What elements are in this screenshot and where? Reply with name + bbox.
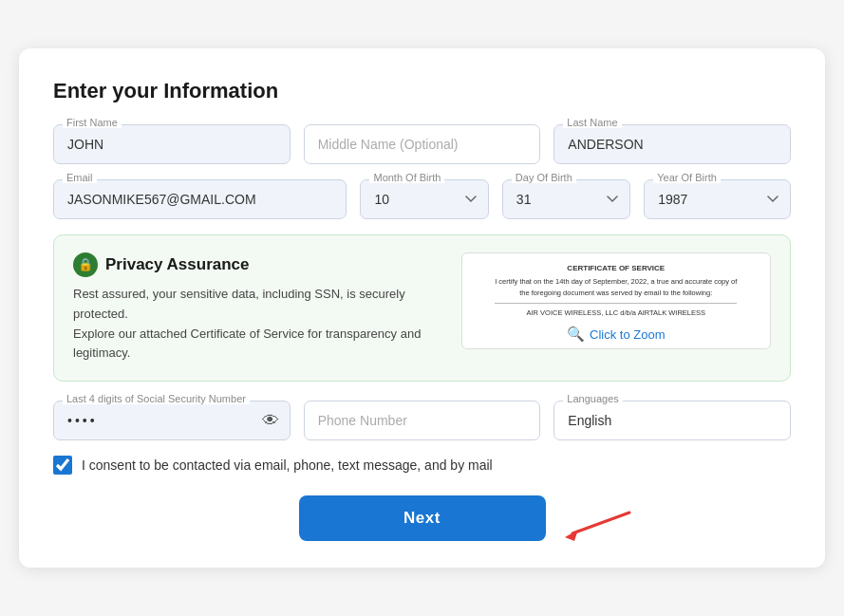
email-input[interactable] (53, 179, 347, 219)
month-group: Month Of Birth 10 1234 5678 91112 (360, 179, 488, 219)
name-row: First Name Last Name (53, 124, 791, 164)
consent-row: I consent to be contacted via email, pho… (53, 456, 791, 475)
year-select[interactable]: 1987 198019811982 19851990 (644, 179, 791, 219)
month-label: Month Of Birth (369, 172, 444, 183)
page-title: Enter your Information (53, 79, 791, 103)
first-name-label: First Name (63, 117, 122, 128)
zoom-link[interactable]: 🔍 Click to Zoom (567, 326, 665, 343)
contact-row: Last 4 digits of Social Security Number … (53, 401, 791, 440)
phone-group (304, 401, 541, 440)
zoom-icon: 🔍 (567, 326, 585, 343)
day-label: Day Of Birth (512, 172, 576, 183)
year-group: Year Of Birth 1987 198019811982 19851990 (644, 179, 791, 219)
form-card: Enter your Information First Name Last N… (19, 48, 825, 568)
language-label: Languages (563, 393, 622, 404)
first-name-input[interactable] (53, 124, 291, 164)
svg-marker-1 (565, 530, 578, 541)
middle-name-group (304, 124, 541, 164)
cert-document: CERTIFICATE OF SERVICE I certify that on… (495, 263, 737, 318)
year-label: Year Of Birth (653, 172, 721, 183)
email-label: Email (63, 172, 97, 183)
next-button[interactable]: Next (299, 495, 546, 541)
arrow-indicator (553, 503, 639, 541)
next-area: Next (53, 495, 791, 541)
consent-label: I consent to be contacted via email, pho… (82, 457, 493, 473)
privacy-box: 🔒 Privacy Assurance Rest assured, your s… (53, 234, 791, 382)
lock-icon: 🔒 (73, 252, 98, 277)
consent-checkbox[interactable] (53, 456, 72, 475)
language-group: Languages English Spanish French Chinese… (553, 401, 791, 440)
privacy-left: 🔒 Privacy Assurance Rest assured, your s… (73, 252, 444, 364)
middle-name-input[interactable] (304, 124, 541, 164)
privacy-text: Rest assured, your sensitive data, inclu… (73, 285, 444, 364)
privacy-right: CERTIFICATE OF SERVICE I certify that on… (461, 252, 771, 349)
email-group: Email (53, 179, 347, 219)
dob-row: Email Month Of Birth 10 1234 5678 91112 … (53, 179, 791, 219)
phone-input[interactable] (304, 401, 541, 440)
ssn-input[interactable] (53, 401, 291, 440)
eye-icon[interactable]: 👁 (262, 411, 279, 431)
privacy-title: 🔒 Privacy Assurance (73, 252, 444, 277)
svg-line-0 (572, 513, 629, 533)
month-select[interactable]: 10 1234 5678 91112 (360, 179, 488, 219)
day-select[interactable]: 31 1234 5101520 2530 (502, 179, 630, 219)
language-select[interactable]: English Spanish French Chinese Other (553, 401, 791, 440)
first-name-group: First Name (53, 124, 291, 164)
last-name-input[interactable] (553, 124, 791, 164)
last-name-label: Last Name (563, 117, 621, 128)
day-group: Day Of Birth 31 1234 5101520 2530 (502, 179, 630, 219)
last-name-group: Last Name (553, 124, 791, 164)
arrow-svg (553, 503, 639, 541)
ssn-label: Last 4 digits of Social Security Number (63, 393, 250, 404)
ssn-group: Last 4 digits of Social Security Number … (53, 401, 291, 440)
